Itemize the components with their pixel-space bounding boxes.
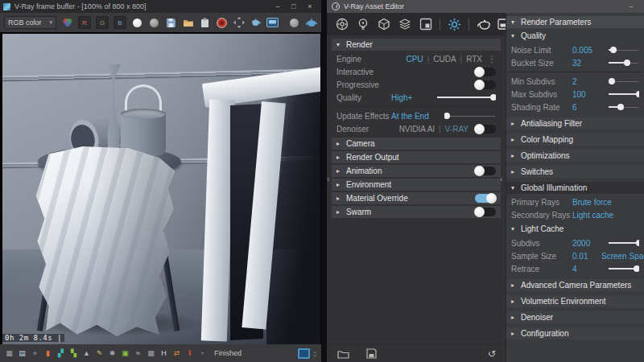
progressive-toggle[interactable] <box>475 80 496 89</box>
display-window-icon[interactable] <box>266 17 279 29</box>
green-channel-button[interactable]: G <box>96 16 109 29</box>
info-icon[interactable]: ● <box>30 348 40 359</box>
history-h-icon[interactable]: H <box>159 348 169 359</box>
animation-toggle[interactable] <box>475 167 496 175</box>
section-render[interactable]: Render <box>332 39 501 51</box>
region-render-teapot-icon[interactable] <box>250 17 262 29</box>
close-button[interactable]: × <box>302 1 318 12</box>
quality-value[interactable]: High+ <box>391 93 430 102</box>
open-settings-icon[interactable] <box>336 347 350 360</box>
histogram-icon[interactable]: ▮ <box>43 348 53 359</box>
section-material-override[interactable]: Material Override <box>332 192 501 204</box>
section-camera[interactable]: Camera <box>332 138 501 150</box>
geometry-icon[interactable] <box>377 18 390 31</box>
section-environment[interactable]: Environment <box>332 179 501 191</box>
render-teapot-button[interactable] <box>477 18 490 31</box>
section-advanced-camera[interactable]: Advanced Camera Parameters <box>506 279 644 291</box>
light-cache-subheader[interactable]: Light Cache <box>506 223 644 235</box>
render-elements-icon[interactable] <box>398 18 411 31</box>
engine-menu-icon[interactable]: ⋮ <box>488 55 496 64</box>
min-subdivs-value[interactable]: 2 <box>572 77 601 86</box>
material-sphere-icon[interactable] <box>288 17 300 29</box>
noise-limit-value[interactable]: 0.005 <box>572 46 601 55</box>
collapse-panel-left-icon[interactable]: ‹ <box>327 175 329 183</box>
collapse-panel-divider-icon[interactable]: ‹ <box>500 175 502 183</box>
annotate-pencil-icon[interactable]: ✎ <box>94 348 105 359</box>
blue-channel-button[interactable]: B <box>114 16 126 29</box>
quality-slider[interactable] <box>436 94 496 101</box>
last-render-icon[interactable]: ▫ <box>197 348 208 359</box>
white-balance-icon[interactable]: ▲ <box>81 348 92 359</box>
background-image-icon[interactable]: ▩ <box>146 348 156 359</box>
settings-icon[interactable] <box>448 18 461 31</box>
section-optimizations[interactable]: Optimizations <box>506 150 644 162</box>
section-animation[interactable]: Animation <box>332 165 501 177</box>
denoiser-option-nvidia[interactable]: NVIDIA AI <box>399 125 435 134</box>
grey-sphere-icon[interactable] <box>148 17 160 29</box>
section-global-illumination[interactable]: Global Illumination <box>506 182 644 194</box>
compare-icon[interactable]: ▤ <box>17 348 27 359</box>
lut-icon[interactable]: ▣ <box>120 348 130 359</box>
section-swarm[interactable]: Swarm <box>332 206 501 218</box>
maximize-button[interactable]: □ <box>286 1 302 12</box>
update-effects-slider[interactable] <box>444 113 496 120</box>
section-configuration[interactable]: Configuration <box>506 327 644 339</box>
swarm-toggle[interactable] <box>475 208 496 216</box>
denoiser-option-vray[interactable]: V-RAY <box>445 125 469 134</box>
render-parameters-header[interactable]: Render Parameters <box>506 16 644 28</box>
denoiser-toggle[interactable] <box>475 125 496 134</box>
record-button[interactable] <box>216 17 228 29</box>
minimize-button[interactable]: – <box>270 1 286 12</box>
textures-icon[interactable] <box>419 18 432 31</box>
channel-select-dropdown[interactable]: RGB color ▾ <box>4 16 56 29</box>
noise-limit-slider[interactable] <box>608 47 639 54</box>
section-denoiser[interactable]: Denoiser <box>506 311 644 323</box>
retrace-value[interactable]: 4 <box>572 265 601 274</box>
lights-icon[interactable] <box>356 18 369 31</box>
section-volumetric-environment[interactable]: Volumetric Environment <box>506 295 644 307</box>
materials-icon[interactable] <box>335 18 349 31</box>
expand-statusbar-icon[interactable]: ⌄⌄ <box>312 350 317 356</box>
section-switches[interactable]: Switches <box>506 166 644 178</box>
render-image[interactable]: 0h 2m 8.4s | <box>2 34 320 344</box>
max-subdivs-slider[interactable] <box>608 91 639 98</box>
save-image-button[interactable] <box>165 17 177 29</box>
quality-subheader[interactable]: Quality <box>506 30 644 42</box>
max-subdivs-value[interactable]: 100 <box>572 90 601 99</box>
material-override-toggle[interactable] <box>475 194 496 203</box>
lc-subdivs-value[interactable]: 2000 <box>572 239 601 248</box>
rgb-channels-icon[interactable] <box>61 17 73 29</box>
interactive-toggle[interactable] <box>475 68 496 76</box>
sample-size-mode-dropdown[interactable]: Screen Space <box>601 252 644 261</box>
primary-rays-value[interactable]: Brute force <box>572 198 612 207</box>
red-channel-button[interactable]: R <box>78 16 91 29</box>
engine-option-cpu[interactable]: CPU <box>406 55 423 64</box>
buffer-icon[interactable]: ▦ <box>4 348 14 359</box>
engine-option-rtx[interactable]: RTX <box>466 55 482 64</box>
engine-option-cuda[interactable]: CUDA <box>433 55 456 64</box>
update-effects-value[interactable]: At the End <box>391 112 438 121</box>
secondary-rays-value[interactable]: Light cache <box>572 211 613 220</box>
open-image-button[interactable] <box>182 17 194 29</box>
shading-rate-value[interactable]: 6 <box>572 103 601 112</box>
section-color-mapping[interactable]: Color Mapping <box>506 134 644 146</box>
sample-size-value[interactable]: 0.01 <box>572 252 601 261</box>
sharpen-icon[interactable]: ✱ <box>107 348 118 359</box>
render-last-teapot-button[interactable] <box>305 17 317 29</box>
bucket-size-value[interactable]: 32 <box>572 59 601 68</box>
bucket-size-slider[interactable] <box>608 60 639 67</box>
curve-icon[interactable]: ≈ <box>133 348 143 359</box>
min-subdivs-slider[interactable] <box>608 78 639 85</box>
pan-icon[interactable] <box>233 17 245 29</box>
save-settings-icon[interactable] <box>365 347 378 360</box>
shading-rate-slider[interactable] <box>608 104 639 111</box>
minimize-button[interactable]: – <box>623 1 639 12</box>
exposure-icon[interactable]: ▚ <box>68 348 79 359</box>
section-render-output[interactable]: Render Output <box>332 151 501 163</box>
section-antialiasing-filter[interactable]: Antialiasing Filter <box>506 117 644 130</box>
ab-compare-icon[interactable]: ⇄ <box>171 348 182 359</box>
retrace-slider[interactable] <box>608 265 639 273</box>
white-balance-icon[interactable] <box>131 17 143 29</box>
frame-buffer-mini-icon[interactable] <box>298 348 310 359</box>
lc-subdivs-slider[interactable] <box>608 240 639 247</box>
